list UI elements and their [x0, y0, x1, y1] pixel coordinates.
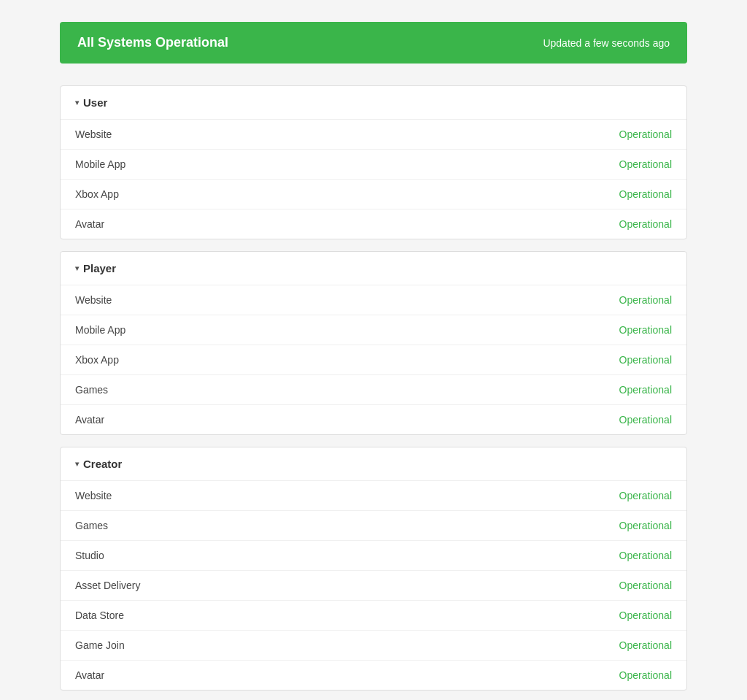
section-card-user: ▾UserWebsiteOperationalMobile AppOperati… — [60, 85, 687, 239]
service-name: Website — [75, 490, 112, 501]
service-status: Operational — [619, 414, 672, 426]
service-name: Website — [75, 294, 112, 306]
service-status: Operational — [619, 669, 672, 681]
page-wrapper: All Systems Operational Updated a few se… — [45, 0, 702, 700]
service-row: Data StoreOperational — [61, 601, 686, 631]
service-name: Avatar — [75, 218, 104, 230]
service-row: Xbox AppOperational — [61, 180, 686, 209]
service-row: StudioOperational — [61, 541, 686, 571]
service-row: WebsiteOperational — [61, 481, 686, 511]
service-status: Operational — [619, 580, 672, 591]
service-status: Operational — [619, 294, 672, 306]
service-name: Xbox App — [75, 354, 119, 366]
service-status: Operational — [619, 609, 672, 621]
status-banner-updated: Updated a few seconds ago — [543, 37, 670, 49]
service-status: Operational — [619, 188, 672, 200]
service-status: Operational — [619, 354, 672, 366]
sections-container: ▾UserWebsiteOperationalMobile AppOperati… — [60, 85, 687, 691]
service-row: AvatarOperational — [61, 405, 686, 434]
service-status: Operational — [619, 490, 672, 501]
service-row: Game JoinOperational — [61, 631, 686, 661]
service-name: Website — [75, 128, 112, 140]
service-status: Operational — [619, 324, 672, 336]
section-header-user[interactable]: ▾User — [61, 86, 686, 120]
service-row: GamesOperational — [61, 375, 686, 405]
section-label: Player — [83, 262, 116, 274]
service-row: AvatarOperational — [61, 661, 686, 690]
service-name: Games — [75, 384, 108, 396]
service-row: WebsiteOperational — [61, 120, 686, 150]
section-card-creator: ▾CreatorWebsiteOperationalGamesOperation… — [60, 447, 687, 691]
service-row: Mobile AppOperational — [61, 150, 686, 180]
service-status: Operational — [619, 550, 672, 561]
service-status: Operational — [619, 520, 672, 531]
service-name: Games — [75, 520, 108, 531]
service-name: Asset Delivery — [75, 580, 140, 591]
chevron-icon: ▾ — [75, 99, 79, 107]
service-row: Xbox AppOperational — [61, 345, 686, 375]
section-header-player[interactable]: ▾Player — [61, 252, 686, 285]
service-name: Avatar — [75, 414, 104, 426]
service-row: GamesOperational — [61, 511, 686, 541]
service-status: Operational — [619, 218, 672, 230]
service-row: AvatarOperational — [61, 209, 686, 239]
section-card-player: ▾PlayerWebsiteOperationalMobile AppOpera… — [60, 251, 687, 435]
service-row: WebsiteOperational — [61, 285, 686, 315]
service-row: Asset DeliveryOperational — [61, 571, 686, 601]
service-status: Operational — [619, 384, 672, 396]
service-name: Studio — [75, 550, 104, 561]
service-status: Operational — [619, 128, 672, 140]
section-label: Creator — [83, 458, 122, 470]
service-name: Avatar — [75, 669, 104, 681]
section-label: User — [83, 96, 107, 109]
service-name: Data Store — [75, 609, 124, 621]
service-status: Operational — [619, 158, 672, 170]
service-row: Mobile AppOperational — [61, 315, 686, 345]
chevron-icon: ▾ — [75, 264, 79, 272]
service-name: Mobile App — [75, 324, 125, 336]
service-status: Operational — [619, 639, 672, 651]
chevron-icon: ▾ — [75, 460, 79, 468]
service-name: Xbox App — [75, 188, 119, 200]
service-name: Mobile App — [75, 158, 125, 170]
status-banner: All Systems Operational Updated a few se… — [60, 22, 687, 64]
status-banner-title: All Systems Operational — [77, 35, 228, 50]
service-name: Game Join — [75, 639, 125, 651]
section-header-creator[interactable]: ▾Creator — [61, 447, 686, 481]
